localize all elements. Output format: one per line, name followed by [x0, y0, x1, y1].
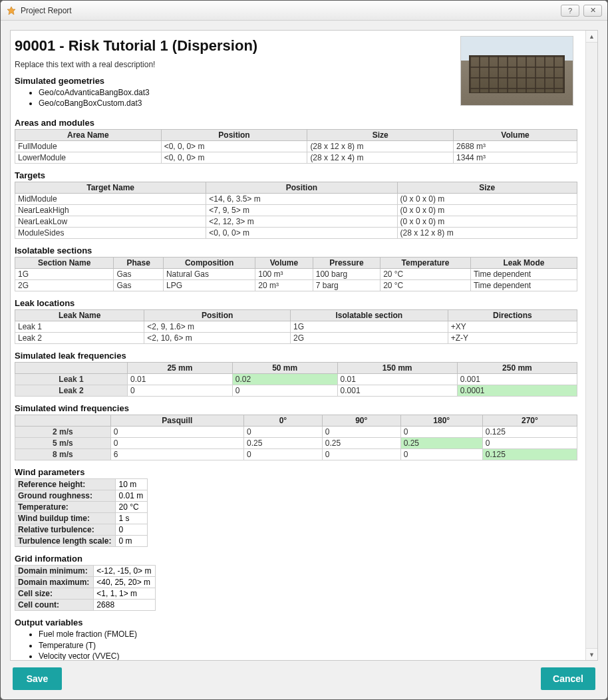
- column-header: Size: [397, 182, 577, 194]
- leak-locations-table: Leak NamePositionIsolatable sectionDirec…: [15, 309, 577, 344]
- window-title: Project Report: [21, 6, 561, 15]
- column-header: Position: [161, 130, 307, 141]
- param-key: Domain maximum:: [15, 577, 94, 588]
- table-cell: 100 barg: [313, 269, 380, 280]
- row-header: Leak 2: [15, 385, 128, 397]
- table-cell: ModuleSides: [15, 228, 206, 239]
- section-output-variables: Output variables: [15, 617, 577, 627]
- cancel-button[interactable]: Cancel: [541, 667, 595, 690]
- table-cell: 0.001: [457, 374, 577, 385]
- app-icon: [6, 5, 17, 16]
- table-cell: 0.0001: [457, 385, 577, 397]
- table-cell: (28 x 12 x 8) m: [307, 141, 454, 152]
- areas-table: Area NamePositionSizeVolumeFullModule<0,…: [15, 129, 577, 164]
- column-header: 180°: [400, 415, 482, 427]
- scroll-down-arrow[interactable]: ▼: [586, 648, 597, 660]
- param-value: 1 s: [116, 513, 148, 524]
- param-key: Turbulence length scale:: [15, 536, 116, 547]
- column-header: Section Name: [15, 258, 114, 269]
- param-value: 0.01 m: [116, 490, 148, 502]
- table-cell: Time dependent: [470, 280, 577, 291]
- report-pane: 90001 - Risk Tutorial 1 (Dispersion) Rep…: [10, 30, 598, 661]
- project-thumbnail: [460, 36, 573, 106]
- column-header: 270°: [482, 415, 577, 427]
- table-row: Domain maximum:<40, 25, 20> m: [15, 577, 156, 588]
- table-cell: 1G: [291, 321, 448, 333]
- wind-parameters-table: Reference height:10 mGround roughness:0.…: [15, 478, 148, 547]
- param-value: <1, 1, 1> m: [94, 588, 156, 600]
- table-cell: 0: [243, 427, 322, 438]
- table-cell: 1344 m³: [454, 152, 577, 164]
- table-cell: 0: [110, 427, 243, 438]
- grid-info-table: Domain minimum:<-12, -15, 0> mDomain max…: [15, 565, 156, 611]
- targets-table: Target NamePositionSizeMidModule<14, 6, …: [15, 182, 577, 239]
- table-cell: 20 °C: [380, 280, 471, 291]
- table-row: Cell size:<1, 1, 1> m: [15, 588, 156, 600]
- param-key: Temperature:: [15, 502, 116, 513]
- table-cell: +XY: [448, 321, 577, 333]
- section-wind-parameters: Wind parameters: [15, 467, 577, 477]
- vertical-scrollbar[interactable]: ▲ ▼: [585, 31, 597, 660]
- table-cell: (0 x 0 x 0) m: [397, 194, 577, 205]
- table-cell: (0 x 0 x 0) m: [397, 205, 577, 216]
- column-header: Volume: [255, 258, 313, 269]
- section-areas: Areas and modules: [15, 118, 577, 128]
- column-header: [15, 415, 111, 427]
- column-header: Phase: [114, 258, 164, 269]
- column-header: 50 mm: [232, 363, 337, 374]
- column-header: [15, 363, 128, 374]
- table-row: FullModule<0, 0, 0> m(28 x 12 x 8) m2688…: [15, 141, 577, 152]
- column-header: Isolatable section: [291, 310, 448, 321]
- table-row: 2GGasLPG20 m³7 barg20 °CTime dependent: [15, 280, 577, 291]
- column-header: 90°: [322, 415, 400, 427]
- help-button[interactable]: ?: [561, 5, 579, 17]
- table-cell: 0: [322, 427, 400, 438]
- column-header: 150 mm: [337, 363, 457, 374]
- list-item: Fuel mole fraction (FMOLE): [39, 629, 577, 639]
- column-header: Pasquill: [110, 415, 243, 427]
- table-cell: 0.25: [243, 438, 322, 449]
- section-leak-frequencies: Simulated leak frequencies: [15, 351, 577, 361]
- table-cell: 20 m³: [255, 280, 313, 291]
- section-grid-info: Grid information: [15, 554, 577, 564]
- table-row: NearLeakLow<2, 12, 3> m(0 x 0 x 0) m: [15, 216, 577, 228]
- table-cell: NearLeakHigh: [15, 205, 206, 216]
- column-header: Target Name: [15, 182, 206, 194]
- table-row: Turbulence length scale:0 m: [15, 536, 148, 547]
- param-key: Wind buildup time:: [15, 513, 116, 524]
- wind-frequencies-table: Pasquill0°90°180°270°2 m/s00000.1255 m/s…: [15, 415, 577, 460]
- column-header: Composition: [163, 258, 255, 269]
- column-header: 25 mm: [128, 363, 233, 374]
- table-cell: Leak 2: [15, 333, 144, 344]
- table-row: Ground roughness:0.01 m: [15, 490, 148, 502]
- table-cell: <7, 9, 5> m: [206, 205, 397, 216]
- table-cell: 0.25: [400, 438, 482, 449]
- scroll-up-arrow[interactable]: ▲: [586, 31, 597, 43]
- row-header: 5 m/s: [15, 438, 111, 449]
- table-cell: Natural Gas: [163, 269, 255, 280]
- table-cell: 0.02: [232, 374, 337, 385]
- param-value: 20 °C: [116, 502, 148, 513]
- table-row: Leak 1<2, 9, 1.6> m1G+XY: [15, 321, 577, 333]
- param-value: 10 m: [116, 479, 148, 490]
- param-value: 0 m: [116, 536, 148, 547]
- table-row: Temperature:20 °C: [15, 502, 148, 513]
- table-row: Leak 10.010.020.010.001: [15, 374, 577, 385]
- param-key: Relative turbulence:: [15, 524, 116, 536]
- table-cell: 0: [243, 449, 322, 460]
- table-cell: 0: [322, 449, 400, 460]
- table-cell: LowerModule: [15, 152, 162, 164]
- close-button[interactable]: ✕: [583, 5, 602, 17]
- leak-frequencies-table: 25 mm50 mm150 mm250 mmLeak 10.010.020.01…: [15, 362, 577, 397]
- isolatable-table: Section NamePhaseCompositionVolumePressu…: [15, 257, 577, 291]
- titlebar: Project Report ? ✕: [1, 1, 607, 21]
- table-cell: 100 m³: [255, 269, 313, 280]
- table-cell: 0: [128, 385, 233, 397]
- param-key: Domain minimum:: [15, 566, 94, 577]
- save-button[interactable]: Save: [13, 667, 62, 690]
- table-cell: 0: [232, 385, 337, 397]
- table-cell: 0.125: [482, 427, 577, 438]
- column-header: Temperature: [380, 258, 471, 269]
- svg-marker-0: [7, 7, 15, 15]
- table-cell: 0: [400, 449, 482, 460]
